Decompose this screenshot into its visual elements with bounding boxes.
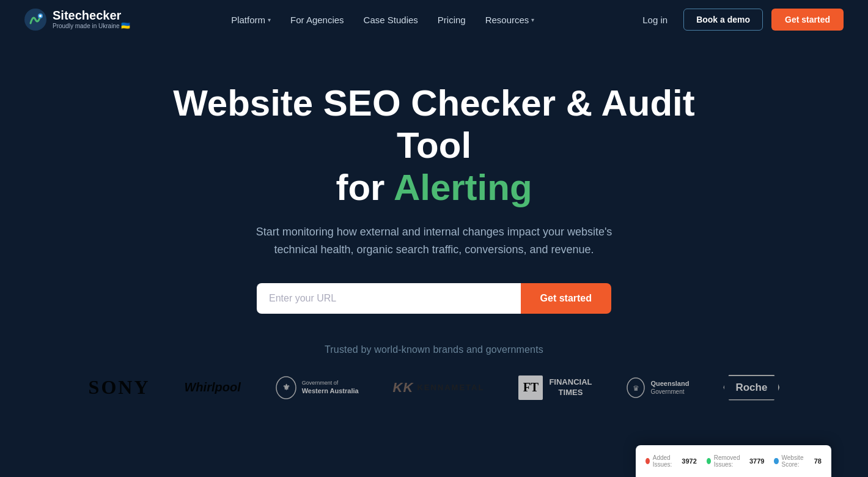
logo-qld-gov: ♛ Queensland Government — [626, 377, 689, 399]
hero-title: Website SEO Checker & Audit Tool for Ale… — [159, 82, 709, 209]
get-started-hero-button[interactable]: Get started — [521, 283, 611, 314]
trusted-section: Trusted by world-known brands and govern… — [52, 344, 817, 401]
hero-section: Website SEO Checker & Audit Tool for Ale… — [0, 39, 868, 431]
logo-gov-wa: ⚜ Government of Western Australia — [275, 375, 359, 400]
logo-whirlpool: Whirlpool — [184, 380, 240, 394]
page-wrapper: Sitechecker Proudly made in Ukraine 🇺🇦 P… — [0, 0, 868, 477]
nav-for-agencies[interactable]: For Agencies — [290, 15, 344, 25]
get-started-nav-button[interactable]: Get started — [771, 9, 844, 31]
logo-name: Sitechecker — [53, 9, 130, 22]
preview-stat-score: Website Score: 78 — [774, 454, 822, 468]
preview-dot-score — [774, 458, 778, 464]
logo-tagline: Proudly made in Ukraine 🇺🇦 — [53, 22, 130, 30]
preview-dot-removed — [707, 458, 711, 464]
navbar: Sitechecker Proudly made in Ukraine 🇺🇦 P… — [0, 0, 868, 39]
svg-text:♛: ♛ — [633, 384, 639, 393]
hero-subtitle: Start monitoring how external and intern… — [245, 223, 623, 259]
logo-kennametal: KK KENNAMETAL — [393, 380, 485, 396]
url-input[interactable] — [257, 283, 521, 314]
wa-gov-emblem-icon: ⚜ — [275, 375, 297, 400]
preview-dot-added — [645, 458, 650, 464]
nav-resources[interactable]: Resources ▾ — [485, 15, 535, 25]
hero-title-highlight: Alerting — [394, 167, 532, 208]
nav-actions: Log in Book a demo Get started — [635, 9, 844, 31]
logo-roche: Roche — [723, 375, 779, 401]
bottom-preview-panel: Added Issues: 3972 Removed Issues: 3779 … — [636, 445, 831, 477]
logo-icon — [24, 9, 46, 31]
preview-stat-added: Added Issues: 3972 — [645, 454, 697, 468]
svg-point-2 — [39, 15, 42, 17]
nav-platform[interactable]: Platform ▾ — [231, 15, 271, 25]
chevron-down-icon: ▾ — [531, 17, 534, 23]
book-demo-button[interactable]: Book a demo — [683, 9, 763, 31]
logo-ft: FT FINANCIALTIMES — [518, 375, 592, 400]
url-form: Get started — [257, 283, 611, 314]
logo-link[interactable]: Sitechecker Proudly made in Ukraine 🇺🇦 — [24, 9, 130, 31]
login-button[interactable]: Log in — [635, 10, 675, 30]
chevron-down-icon: ▾ — [268, 17, 271, 23]
nav-pricing[interactable]: Pricing — [438, 15, 466, 25]
trusted-label: Trusted by world-known brands and govern… — [325, 344, 543, 355]
logo-sony: SONY — [89, 376, 150, 399]
nav-links: Platform ▾ For Agencies Case Studies Pri… — [231, 15, 534, 25]
qld-gov-emblem-icon: ♛ — [626, 377, 645, 399]
preview-stat-removed: Removed Issues: 3779 — [707, 454, 765, 468]
svg-text:⚜: ⚜ — [282, 382, 290, 392]
trusted-logos: SONY Whirlpool ⚜ Government — [52, 375, 817, 401]
nav-case-studies[interactable]: Case Studies — [364, 15, 418, 25]
